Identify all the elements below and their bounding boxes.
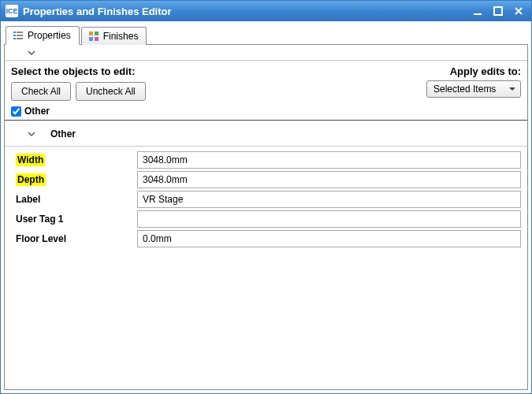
check-all-button[interactable]: Check All [11,82,71,101]
floorlevel-input[interactable] [137,230,521,247]
tab-properties[interactable]: Properties [6,26,80,45]
svg-rect-1 [494,7,502,15]
svg-rect-7 [17,38,23,39]
app-icon: ICE [6,5,18,17]
window-body: Properties Finishes Select the objects t… [1,21,531,393]
select-left: Select the objects to edit: Check All Un… [11,65,420,101]
svg-rect-11 [95,37,99,41]
properties-list: Width Depth Label User Tag 1 Floor Level [5,151,527,256]
close-icon [514,6,523,16]
close-button[interactable] [509,4,528,18]
apply-edits-dropdown[interactable]: Selected Items [426,80,521,98]
prop-row-usertag1: User Tag 1 [11,210,521,228]
prop-row-floorlevel: Floor Level [11,230,521,247]
apply-edits-value: Selected Items [433,84,503,95]
grid-icon [88,31,99,42]
button-row: Check All Uncheck All [11,82,420,101]
top-collapse-row[interactable] [5,45,527,61]
prop-label-width: Width [11,154,137,165]
prop-label-depth: Depth [11,174,137,185]
svg-rect-3 [17,32,23,33]
svg-rect-8 [89,32,93,35]
tab-finishes-label: Finishes [103,31,139,42]
prop-label-usertag1: User Tag 1 [11,214,137,225]
section-other-title: Other [50,128,76,139]
group-other-row: Other [5,104,527,121]
prop-row-width: Width [11,151,521,169]
section-other-header[interactable]: Other [5,121,527,147]
usertag1-input[interactable] [137,210,521,228]
minimize-icon [473,6,482,16]
svg-rect-0 [474,13,482,15]
apply-edits-label: Apply edits to: [426,65,521,77]
svg-rect-2 [13,32,16,33]
svg-rect-4 [13,35,16,36]
svg-rect-6 [13,38,16,39]
svg-rect-9 [95,32,99,35]
width-input[interactable] [137,151,521,169]
depth-input[interactable] [137,171,521,188]
tab-properties-label: Properties [28,30,71,41]
tabbar: Properties Finishes [4,24,528,45]
other-checkbox[interactable] [11,106,21,117]
select-row: Select the objects to edit: Check All Un… [5,61,527,104]
apply-column: Apply edits to: Selected Items [426,65,521,98]
prop-label-floorlevel: Floor Level [11,233,137,244]
properties-panel: Select the objects to edit: Check All Un… [4,45,528,390]
uncheck-all-button[interactable]: Uncheck All [76,82,146,101]
prop-row-depth: Depth [11,171,521,188]
tab-finishes[interactable]: Finishes [81,27,147,45]
maximize-icon [493,6,503,16]
chevron-down-icon [27,129,36,139]
window-title: Properties and Finishes Editor [23,6,467,17]
svg-rect-10 [89,37,93,41]
prop-label-label: Label [11,194,137,205]
window-frame: ICE Properties and Finishes Editor Prope… [0,0,532,394]
chevron-down-icon [27,48,36,58]
list-icon [13,30,24,41]
label-input[interactable] [137,191,521,208]
other-checkbox-label: Other [24,106,50,117]
dropdown-chevron-icon [508,84,517,94]
titlebar[interactable]: ICE Properties and Finishes Editor [1,1,531,21]
select-prompt: Select the objects to edit: [11,65,420,77]
minimize-button[interactable] [468,4,487,18]
prop-row-label: Label [11,191,521,208]
svg-rect-5 [17,35,23,36]
maximize-button[interactable] [489,4,508,18]
